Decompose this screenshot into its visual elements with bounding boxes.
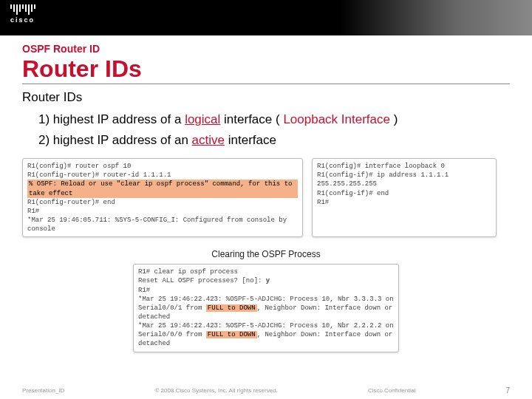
top-bar: cisco (0, 0, 532, 35)
page-number: 7 (505, 386, 510, 395)
footer: Presentation_ID © 2008 Cisco Systems, In… (0, 386, 532, 395)
subtitle: Router IDs (22, 90, 510, 105)
footer-copyright: © 2008 Cisco Systems, Inc. All rights re… (154, 387, 277, 394)
page-title: Router IDs (22, 56, 510, 82)
section-label: Clearing the OSPF Process (22, 249, 510, 259)
terminal-row: R1(config)# router ospf 10 R1(config-rou… (22, 158, 510, 237)
brand-text: cisco (10, 16, 35, 24)
terminal-clear-process: R1# clear ip ospf process Reset ALL OSPF… (133, 264, 399, 352)
header-gradient (340, 0, 532, 35)
highlight-warning: % OSPF: Reload or use "clear ip ospf pro… (27, 180, 298, 197)
section-clear-ospf: Clearing the OSPF Process R1# clear ip o… (22, 249, 510, 352)
slide-content: OSPF Router ID Router IDs Router IDs 1) … (0, 35, 532, 352)
bullet-list: 1) highest IP address of a logical inter… (22, 112, 510, 148)
footer-confidential: Cisco Confidential (368, 387, 415, 394)
bullet-2: 2) highest IP address of an active inter… (38, 133, 510, 148)
divider (22, 83, 510, 84)
emph-logical: logical (185, 112, 220, 126)
terminal-loopback: R1(config)# interface loopback 0 R1(conf… (312, 158, 497, 237)
highlight-full-to-down-1: FULL to DOWN (206, 304, 257, 312)
footer-left: Presentation_ID (22, 387, 64, 394)
kicker: OSPF Router ID (22, 43, 510, 55)
terminal-router-id: R1(config)# router ospf 10 R1(config-rou… (22, 158, 303, 237)
highlight-full-to-down-2: FULL to DOWN (206, 331, 257, 338)
cisco-logo: cisco (10, 4, 35, 24)
bullet-1: 1) highest IP address of a logical inter… (38, 112, 510, 127)
emph-active: active (192, 133, 225, 147)
emph-loopback: Loopback Interface (283, 112, 390, 126)
